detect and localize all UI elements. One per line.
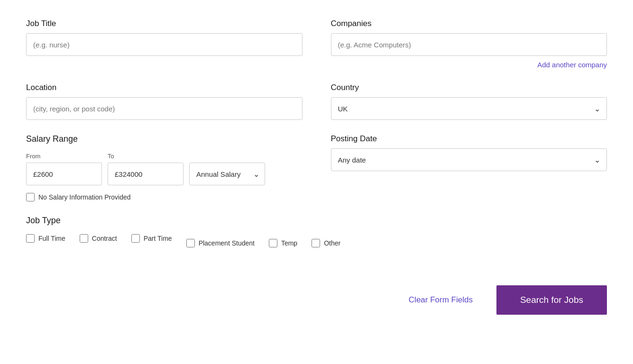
placement-student-checkbox[interactable]	[186, 239, 195, 247]
salary-to-label: To	[108, 153, 183, 160]
full-time-checkbox[interactable]	[26, 234, 35, 243]
no-salary-checkbox[interactable]	[26, 193, 35, 201]
other-label: Other	[324, 239, 340, 247]
companies-input[interactable]	[331, 33, 607, 56]
companies-label: Companies	[331, 19, 607, 28]
search-jobs-button[interactable]: Search for Jobs	[496, 285, 607, 315]
location-input[interactable]	[26, 97, 303, 120]
salary-from-label: From	[26, 153, 102, 160]
salary-range-title: Salary Range	[26, 134, 303, 144]
clear-form-button[interactable]: Clear Form Fields	[399, 291, 482, 309]
salary-from-input[interactable]	[26, 163, 102, 185]
salary-to-input[interactable]	[108, 163, 183, 185]
part-time-checkbox[interactable]	[131, 234, 140, 243]
salary-type-select[interactable]: Annual Salary Daily Rate Hourly Rate	[189, 163, 265, 185]
posting-date-label: Posting Date	[331, 134, 607, 144]
posting-date-select[interactable]: Any date Last 24 hours Last 3 days Last …	[331, 148, 607, 171]
placement-student-label: Placement Student	[199, 239, 255, 247]
contract-checkbox[interactable]	[80, 234, 88, 243]
temp-checkbox[interactable]	[269, 239, 277, 247]
location-label: Location	[26, 83, 303, 92]
temp-label: Temp	[281, 239, 297, 247]
job-type-title: Job Type	[26, 216, 607, 226]
add-another-company-link[interactable]: Add another company	[331, 61, 607, 69]
country-select[interactable]: UK USA Canada Australia Germany France	[331, 97, 607, 120]
other-checkbox[interactable]	[312, 239, 320, 247]
job-title-input[interactable]	[26, 33, 303, 56]
contract-label: Contract	[92, 235, 117, 242]
country-label: Country	[331, 83, 607, 92]
no-salary-label: No Salary Information Provided	[38, 193, 131, 201]
part-time-label: Part Time	[144, 235, 172, 242]
full-time-label: Full Time	[38, 235, 65, 242]
job-title-label: Job Title	[26, 19, 303, 28]
